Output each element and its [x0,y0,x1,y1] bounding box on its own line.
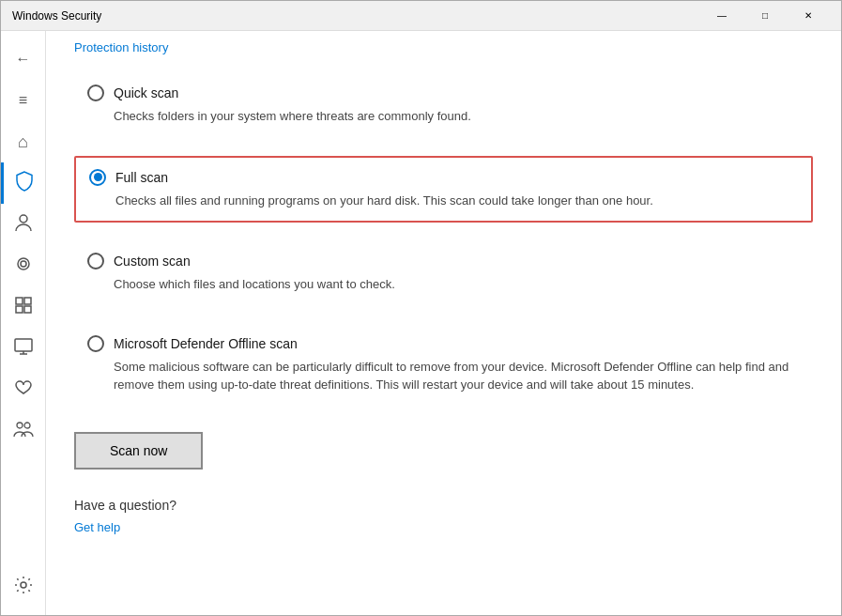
custom-scan-radio[interactable] [87,253,104,270]
svg-rect-2 [16,298,23,304]
offline-scan-radio[interactable] [87,335,104,352]
full-scan-header: Full scan [89,169,798,186]
sidebar-item-person[interactable] [1,204,46,245]
sidebar-item-back[interactable]: ← [1,38,46,80]
sidebar-item-signal[interactable] [1,245,46,286]
health-icon [14,379,33,400]
svg-rect-3 [24,298,31,304]
sidebar-item-health[interactable] [1,369,46,410]
menu-icon: ≡ [19,92,27,109]
close-button[interactable]: ✕ [787,1,830,31]
offline-scan-label: Microsoft Defender Offline scan [114,336,298,351]
sidebar-item-menu[interactable]: ≡ [1,80,46,121]
quick-scan-label: Quick scan [114,85,178,100]
custom-scan-header: Custom scan [87,253,800,270]
minimize-button[interactable]: — [700,1,743,31]
signal-icon [15,255,32,276]
svg-rect-5 [24,306,31,313]
breadcrumb[interactable]: Protection history [74,40,813,54]
svg-point-0 [20,215,27,223]
svg-point-7 [17,423,23,428]
quick-scan-radio[interactable] [87,85,104,101]
sidebar-item-family[interactable] [1,410,46,452]
window-title: Windows Security [12,9,700,23]
window-controls: — □ ✕ [700,1,830,31]
family-icon [13,421,34,441]
home-icon: ⌂ [18,132,28,152]
titlebar: Windows Security — □ ✕ [1,1,841,31]
app-icon [15,297,32,317]
full-scan-option[interactable]: Full scan Checks all files and running p… [74,156,813,223]
sidebar: ← ≡ ⌂ [1,31,46,615]
custom-scan-label: Custom scan [114,254,191,269]
help-heading: Have a question? [74,498,813,513]
offline-scan-header: Microsoft Defender Offline scan [87,335,800,352]
shield-icon [15,171,34,195]
svg-point-1 [21,261,26,267]
svg-rect-6 [15,339,32,351]
custom-scan-option[interactable]: Custom scan Choose which files and locat… [74,241,813,305]
content-area: ← ≡ ⌂ [1,31,841,615]
sidebar-item-computer[interactable] [1,328,46,369]
main-content: Protection history Quick scan Checks fol… [46,31,841,615]
svg-rect-4 [16,306,23,313]
sidebar-item-app[interactable] [1,286,46,328]
person-icon [15,213,32,236]
full-scan-label: Full scan [115,170,168,185]
sidebar-item-settings[interactable] [1,566,46,608]
offline-scan-option[interactable]: Microsoft Defender Offline scan Some mal… [74,324,813,406]
settings-icon [14,576,33,598]
svg-point-9 [21,582,26,588]
quick-scan-desc: Checks folders in your system where thre… [114,107,800,126]
computer-icon [14,338,33,359]
get-help-link[interactable]: Get help [74,520,120,534]
full-scan-radio[interactable] [89,169,106,186]
sidebar-bottom [1,566,46,615]
full-scan-desc: Checks all files and running programs on… [115,192,798,210]
custom-scan-desc: Choose which files and locations you wan… [114,275,800,294]
full-scan-radio-dot [94,173,102,181]
sidebar-item-shield[interactable] [1,162,46,204]
main-inner: Protection history Quick scan Checks fol… [46,31,841,563]
sidebar-item-home[interactable]: ⌂ [1,121,46,162]
svg-point-8 [24,423,30,428]
maximize-button[interactable]: □ [743,1,787,31]
quick-scan-header: Quick scan [87,85,800,101]
back-icon: ← [16,51,31,68]
quick-scan-option[interactable]: Quick scan Checks folders in your system… [74,73,813,137]
offline-scan-desc: Some malicious software can be particula… [114,358,800,394]
main-window: Windows Security — □ ✕ ← ≡ ⌂ [0,0,842,616]
scan-now-button[interactable]: Scan now [74,432,203,470]
